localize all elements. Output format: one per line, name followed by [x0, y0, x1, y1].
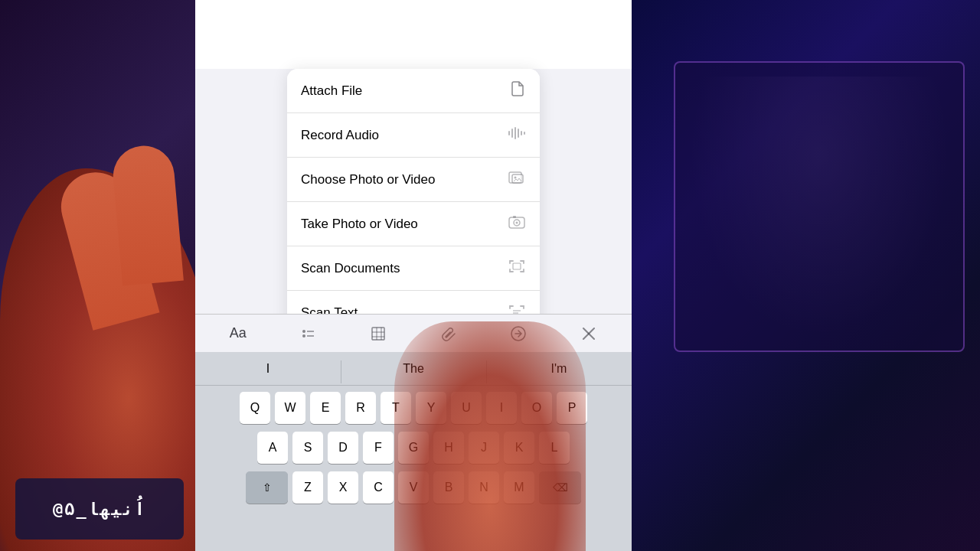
action-menu: Attach File Record Audio: [287, 69, 540, 335]
key-x[interactable]: X: [328, 471, 358, 504]
svg-rect-7: [512, 174, 523, 183]
svg-point-8: [514, 177, 517, 179]
key-z[interactable]: Z: [292, 471, 323, 504]
svg-rect-5: [524, 132, 525, 135]
svg-point-18: [302, 334, 305, 337]
take-photo-video-icon: [508, 214, 526, 234]
svg-rect-20: [372, 328, 384, 340]
monitor-frame: [674, 61, 965, 352]
table-button[interactable]: [364, 320, 392, 347]
format-text-label: Aa: [230, 325, 247, 341]
suggestion-i[interactable]: I: [195, 356, 341, 382]
take-photo-video-label: Take Photo or Video: [301, 217, 418, 232]
scan-documents-label: Scan Documents: [301, 261, 400, 276]
key-f[interactable]: F: [363, 432, 394, 464]
scan-documents-item[interactable]: Scan Documents: [287, 246, 540, 291]
svg-rect-13: [513, 263, 521, 269]
attach-file-label: Attach File: [301, 83, 362, 99]
hand-bottom: [394, 321, 586, 551]
svg-rect-12: [513, 216, 516, 218]
attach-file-icon: [509, 80, 526, 101]
format-text-button[interactable]: Aa: [224, 320, 252, 347]
record-audio-icon: [508, 125, 526, 145]
logo-overlay: @اُنیها_۵: [15, 478, 184, 540]
choose-photo-video-item[interactable]: Choose Photo or Video: [287, 158, 540, 202]
attach-file-item[interactable]: Attach File: [287, 69, 540, 113]
key-c[interactable]: C: [363, 471, 394, 504]
choose-photo-video-label: Choose Photo or Video: [301, 172, 435, 187]
record-audio-item[interactable]: Record Audio: [287, 113, 540, 158]
close-button[interactable]: [575, 320, 603, 347]
key-r[interactable]: R: [345, 392, 376, 424]
record-audio-label: Record Audio: [301, 128, 379, 143]
phone-top-area: [195, 0, 632, 69]
svg-rect-1: [511, 129, 513, 138]
key-d[interactable]: D: [328, 432, 358, 464]
key-shift[interactable]: ⇧: [246, 471, 288, 504]
key-w[interactable]: W: [275, 392, 305, 424]
key-e[interactable]: E: [310, 392, 341, 424]
key-a[interactable]: A: [257, 432, 288, 464]
list-button[interactable]: [294, 320, 322, 347]
logo-text: @اُنیها_۵: [53, 500, 146, 519]
svg-point-16: [302, 330, 305, 333]
key-s[interactable]: S: [292, 432, 323, 464]
svg-rect-0: [508, 131, 510, 135]
take-photo-video-item[interactable]: Take Photo or Video: [287, 202, 540, 246]
scan-documents-icon: [508, 258, 526, 279]
svg-point-11: [516, 222, 518, 224]
svg-rect-4: [521, 131, 522, 135]
choose-photo-video-icon: [508, 169, 526, 190]
key-q[interactable]: Q: [240, 392, 270, 424]
svg-rect-2: [514, 127, 516, 139]
svg-rect-3: [518, 129, 519, 138]
